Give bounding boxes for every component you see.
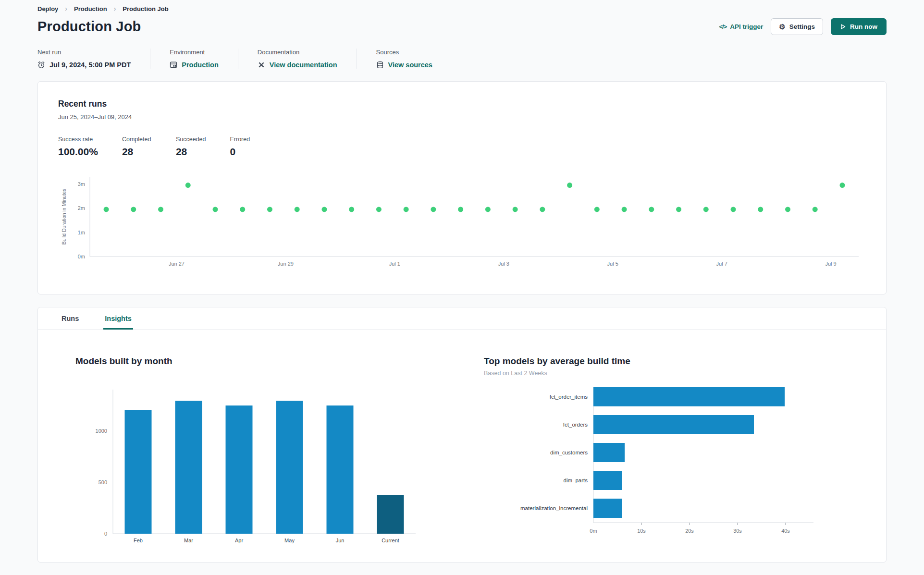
svg-text:Jun: Jun [336,538,345,543]
tab-insights[interactable]: Insights [103,307,133,330]
settings-label: Settings [789,23,815,30]
svg-text:20s: 20s [685,528,694,534]
sources-label: Sources [376,49,432,56]
svg-text:Current: Current [382,538,399,543]
svg-text:Jul 3: Jul 3 [498,261,509,267]
stat-completed: Completed 28 [122,136,152,158]
svg-text:Mar: Mar [184,538,193,543]
stat-succeeded: Succeeded 28 [176,136,206,158]
chevron-right-icon: › [114,5,116,12]
breadcrumb-production[interactable]: Production [74,5,107,12]
recent-runs-card: Recent runs Jun 25, 2024–Jul 09, 2024 Su… [37,81,887,294]
recent-runs-stats: Success rate 100.00% Completed 28 Succee… [58,136,866,158]
svg-text:40s: 40s [781,528,790,534]
models-built-by-month-block: Models built by month 05001000FebMarAprM… [75,356,455,548]
header-actions: </> API trigger ⚙ Settings Run now [719,18,887,35]
svg-text:500: 500 [99,479,107,485]
view-documentation-link[interactable]: View documentation [270,61,337,69]
breadcrumb-deploy[interactable]: Deploy [37,5,58,12]
svg-text:Jun 29: Jun 29 [278,261,294,267]
api-trigger-link[interactable]: </> API trigger [719,23,763,30]
run-now-label: Run now [850,23,877,30]
svg-text:Jul 5: Jul 5 [607,261,618,267]
svg-text:materialization_incremental: materialization_incremental [520,505,588,511]
next-run-label: Next run [37,49,131,56]
api-trigger-label: API trigger [730,23,763,30]
environment-link[interactable]: Production [182,61,219,69]
svg-text:Jun 27: Jun 27 [169,261,185,267]
chevron-right-icon: › [65,5,67,12]
next-run-value: Jul 9, 2024, 5:00 PM PDT [49,61,131,69]
svg-text:May: May [284,538,295,543]
svg-text:Build Duration in Minutes: Build Duration in Minutes [61,189,67,245]
play-icon [840,24,846,30]
models-built-by-month-title: Models built by month [75,356,455,367]
build-duration-scatter-chart: 0m1m2m3mBuild Duration in MinutesJun 27J… [58,172,866,273]
svg-text:Apr: Apr [235,538,243,543]
database-icon [376,61,384,69]
dbt-docs-icon [258,61,265,69]
svg-text:30s: 30s [733,528,742,534]
svg-text:dim_customers: dim_customers [550,450,588,455]
documentation-label: Documentation [258,49,337,56]
environment-group: Environment Production [170,49,238,69]
recent-runs-title: Recent runs [58,99,866,109]
breadcrumb-current: Production Job [123,5,168,12]
top-models-block: Top models by average build time Based o… [484,356,820,548]
svg-text:Feb: Feb [134,538,143,543]
view-sources-link[interactable]: View sources [388,61,432,69]
page-header: Production Job </> API trigger ⚙ Setting… [37,18,887,35]
job-info-bar: Next run Jul 9, 2024, 5:00 PM PDT Enviro… [37,49,887,69]
runs-insights-card: Runs Insights Models built by month 0500… [37,307,887,563]
page-title: Production Job [37,19,141,35]
svg-text:0: 0 [104,531,107,537]
stat-errored: Errored 0 [230,136,259,158]
svg-text:Jul 9: Jul 9 [825,261,837,267]
top-models-title: Top models by average build time [484,356,820,367]
svg-text:fct_orders: fct_orders [563,422,588,428]
production-job-page: Deploy › Production › Production Job Pro… [0,0,924,563]
models-built-by-month-chart: 05001000FebMarAprMayJunCurrent [75,375,455,548]
sources-group: Sources View sources [376,49,452,69]
breadcrumb: Deploy › Production › Production Job [37,0,887,12]
svg-text:1000: 1000 [96,428,107,434]
svg-text:Jul 1: Jul 1 [389,261,400,267]
code-icon: </> [719,23,727,30]
svg-text:3m: 3m [78,181,85,187]
svg-text:0m: 0m [78,254,85,259]
recent-runs-date-range: Jun 25, 2024–Jul 09, 2024 [58,113,866,121]
top-models-subtitle: Based on Last 2 Weeks [484,370,820,377]
svg-text:1m: 1m [78,230,85,235]
tab-runs[interactable]: Runs [60,307,80,330]
tab-bar: Runs Insights [38,307,886,330]
run-now-button[interactable]: Run now [831,18,887,35]
svg-text:10s: 10s [637,528,646,534]
svg-text:dim_parts: dim_parts [564,477,588,483]
top-models-chart: 0m10s20s30s40sfct_order_itemsfct_ordersd… [484,383,820,540]
svg-text:2m: 2m [78,205,85,211]
environment-icon [170,61,177,69]
svg-text:0m: 0m [590,528,597,534]
insights-panel: Models built by month 05001000FebMarAprM… [38,330,886,548]
svg-text:fct_order_items: fct_order_items [550,394,588,400]
svg-text:Jul 7: Jul 7 [716,261,727,267]
stat-success-rate: Success rate 100.00% [58,136,98,158]
documentation-group: Documentation View documentation [258,49,357,69]
alarm-clock-icon [37,61,45,69]
environment-label: Environment [170,49,219,56]
gear-icon: ⚙ [779,23,785,30]
next-run-group: Next run Jul 9, 2024, 5:00 PM PDT [37,49,150,69]
settings-button[interactable]: ⚙ Settings [771,18,823,35]
